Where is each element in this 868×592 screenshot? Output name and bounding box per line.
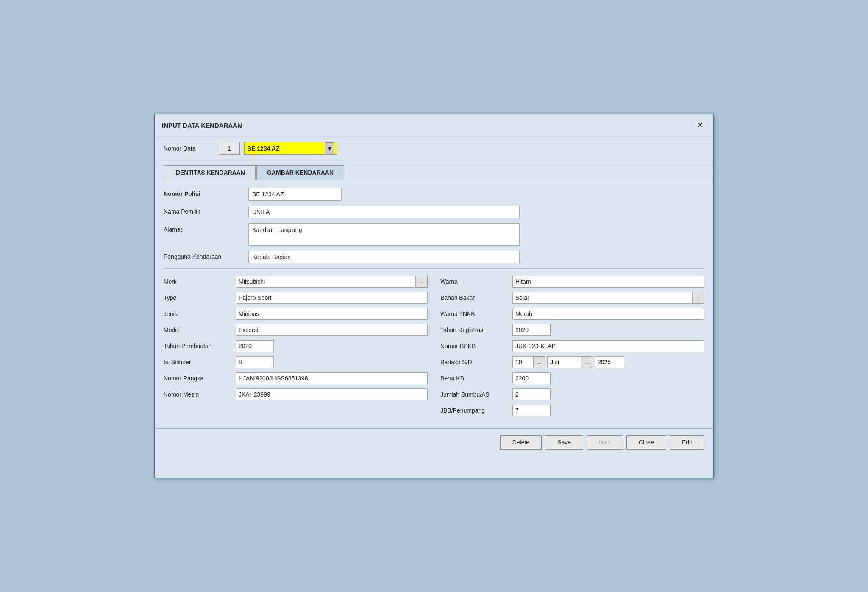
window-title: INPUT DATA KENDARAAN — [162, 122, 242, 129]
warna-tnkb-row: Warna TNKB — [440, 308, 704, 320]
merk-label: Merk — [164, 278, 236, 285]
nomor-mesin-label: Nomor Mesin — [164, 391, 236, 398]
warna-label: Warna — [440, 278, 512, 285]
model-input[interactable] — [236, 324, 428, 336]
new-button[interactable]: New — [587, 435, 623, 450]
tahun-pembuatan-input[interactable] — [236, 340, 274, 352]
tahun-registrasi-label: Tahun Registrasi — [440, 327, 512, 333]
berlaku-month-browse-button[interactable]: ... — [581, 356, 593, 368]
jumlah-sumbu-label: Jumlah Sumbu/AS — [440, 391, 512, 398]
bahan-bakar-field-wrapper: ... — [512, 292, 704, 304]
nomor-polisi-input[interactable] — [248, 188, 342, 201]
right-col: Warna Bahan Bakar ... Warna TNKB — [440, 276, 704, 421]
isi-silinder-label: Isi Silinder — [164, 359, 236, 366]
close-button[interactable]: Close — [626, 435, 666, 450]
edit-button[interactable]: Edit — [670, 435, 704, 450]
window-close-button[interactable]: ✕ — [695, 120, 706, 131]
merk-input[interactable] — [236, 276, 416, 288]
left-col: Merk ... Type Jenis — [164, 276, 428, 421]
berlaku-inputs: ... ... — [512, 356, 624, 368]
tabs-row: IDENTITAS KENDARAAN GAMBAR KENDARAAN — [155, 161, 713, 180]
dropdown-value: BE 1234 AZ — [247, 145, 280, 152]
nomor-data-label: Nomor Data — [164, 145, 214, 152]
type-row: Type — [164, 292, 428, 304]
save-button[interactable]: Save — [545, 435, 583, 450]
merk-row: Merk ... — [164, 276, 428, 288]
isi-silinder-row: Isi Silinder — [164, 356, 428, 368]
nama-pemilik-row: Nama Pemilik — [164, 206, 704, 218]
type-label: Type — [164, 294, 236, 301]
main-window: INPUT DATA KENDARAAN ✕ Nomor Data 1 BE 1… — [154, 114, 714, 478]
warna-row: Warna — [440, 276, 704, 288]
footer: Delete Save New Close Edit — [155, 428, 713, 455]
nomor-bpkb-input[interactable] — [512, 340, 704, 352]
nomor-polisi-label: Nomor Polisi — [164, 188, 248, 197]
berat-kb-label: Berat KB — [440, 375, 512, 382]
jenis-input[interactable] — [236, 308, 428, 320]
merk-field-wrapper: ... — [236, 276, 428, 288]
tab-gambar[interactable]: GAMBAR KENDARAAN — [256, 165, 344, 180]
tahun-pembuatan-row: Tahun Pembuatan — [164, 340, 428, 352]
nomor-bpkb-row: Nomor BPKB — [440, 340, 704, 352]
nama-pemilik-input[interactable] — [248, 206, 520, 218]
berlaku-year-input[interactable] — [595, 356, 624, 368]
warna-tnkb-input[interactable] — [512, 308, 704, 320]
berat-kb-row: Berat KB — [440, 372, 704, 384]
bahan-bakar-row: Bahan Bakar ... — [440, 292, 704, 304]
jbb-penumpang-label: JBB/Penumpang — [440, 407, 512, 414]
berlaku-label: Berlaku S/D — [440, 359, 512, 366]
title-bar: INPUT DATA KENDARAAN ✕ — [155, 114, 713, 136]
bahan-bakar-label: Bahan Bakar — [440, 294, 512, 301]
pengguna-label: Pengguna Kendaraan — [164, 251, 248, 260]
alamat-row: Alamat Bandar Lampung — [164, 223, 704, 246]
jbb-penumpang-input[interactable] — [512, 405, 551, 416]
nama-pemilik-label: Nama Pemilik — [164, 206, 248, 215]
bahan-bakar-browse-button[interactable]: ... — [693, 292, 704, 304]
type-input[interactable] — [236, 292, 428, 304]
nomor-polisi-row: Nomor Polisi — [164, 188, 704, 201]
pengguna-row: Pengguna Kendaraan — [164, 251, 704, 263]
alamat-label: Alamat — [164, 223, 248, 233]
jenis-row: Jenis — [164, 308, 428, 320]
tahun-registrasi-input[interactable] — [512, 324, 551, 336]
tab-content: Nomor Polisi Nama Pemilik Alamat Bandar … — [155, 180, 713, 428]
warna-tnkb-label: Warna TNKB — [440, 310, 512, 317]
warna-input[interactable] — [512, 276, 704, 288]
nomor-bpkb-label: Nomor BPKB — [440, 343, 512, 349]
nomor-data-row: Nomor Data 1 BE 1234 AZ ▼ — [155, 136, 713, 161]
jumlah-sumbu-row: Jumlah Sumbu/AS — [440, 388, 704, 400]
jumlah-sumbu-input[interactable] — [512, 388, 551, 400]
nomor-data-number: 1 — [219, 142, 240, 155]
delete-button[interactable]: Delete — [500, 435, 542, 450]
berlaku-month-input[interactable] — [547, 356, 581, 368]
jenis-label: Jenis — [164, 310, 236, 317]
alamat-input[interactable]: Bandar Lampung — [248, 223, 520, 246]
nomor-mesin-input[interactable] — [236, 388, 428, 400]
nomor-rangka-input[interactable] — [236, 372, 428, 384]
nomor-data-dropdown[interactable]: BE 1234 AZ ▼ — [244, 142, 337, 155]
bahan-bakar-input[interactable] — [512, 292, 693, 304]
jbb-penumpang-row: JBB/Penumpang — [440, 405, 704, 416]
berlaku-day-input[interactable] — [512, 356, 534, 368]
tahun-pembuatan-label: Tahun Pembuatan — [164, 343, 236, 349]
isi-silinder-input[interactable] — [236, 356, 274, 368]
merk-browse-button[interactable]: ... — [416, 276, 428, 288]
arrow-down-icon: ▼ — [327, 145, 333, 152]
model-label: Model — [164, 327, 236, 333]
nomor-mesin-row: Nomor Mesin — [164, 388, 428, 400]
nomor-rangka-label: Nomor Rangka — [164, 375, 236, 382]
berlaku-row: Berlaku S/D ... ... — [440, 356, 704, 368]
nomor-rangka-row: Nomor Rangka — [164, 372, 428, 384]
tahun-registrasi-row: Tahun Registrasi — [440, 324, 704, 336]
pengguna-input[interactable] — [248, 251, 520, 263]
berat-kb-input[interactable] — [512, 372, 551, 384]
model-row: Model — [164, 324, 428, 336]
berlaku-day-browse-button[interactable]: ... — [534, 356, 545, 368]
dropdown-arrow[interactable]: ▼ — [325, 142, 334, 154]
two-col-section: Merk ... Type Jenis — [164, 276, 704, 421]
tab-identitas[interactable]: IDENTITAS KENDARAAN — [164, 165, 256, 180]
